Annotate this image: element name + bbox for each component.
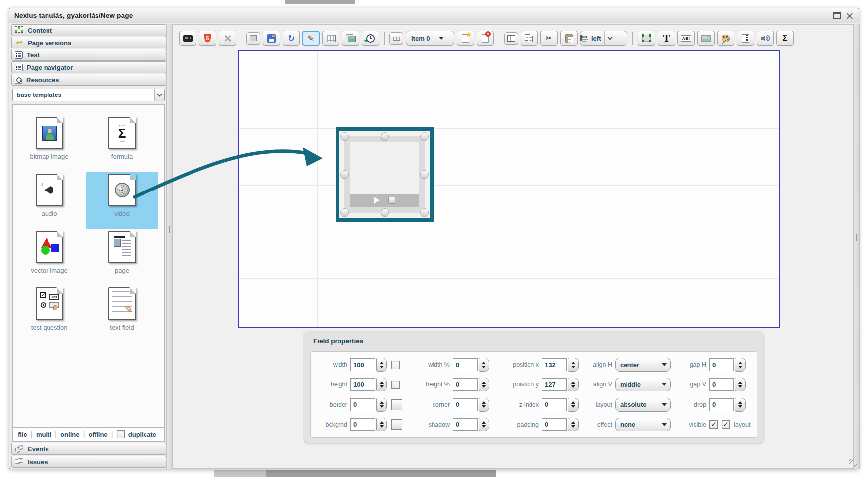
selection-handle[interactable] [340, 170, 349, 179]
template-item-bitmap-image[interactable]: bitmap image [13, 115, 86, 172]
formula-tool-button[interactable]: Σ [776, 31, 794, 46]
window-resize-grip[interactable] [849, 459, 857, 467]
selection-handle[interactable] [420, 208, 429, 217]
copy-button[interactable] [521, 31, 538, 46]
play-icon[interactable] [374, 197, 380, 204]
panel-header-content[interactable]: Content [11, 24, 166, 36]
height-pct-input[interactable]: 0 [453, 378, 489, 391]
paste-button[interactable] [560, 31, 578, 46]
right-splitter[interactable] [853, 24, 860, 469]
image-tool-button[interactable] [697, 31, 715, 46]
spinner[interactable] [376, 398, 387, 412]
keyboard-button[interactable] [389, 32, 403, 45]
gap-v-input[interactable]: 0 [709, 378, 746, 391]
save-button[interactable] [263, 31, 280, 46]
panel-header-events[interactable]: Events [11, 443, 166, 455]
filter-link-file[interactable]: file [18, 431, 27, 438]
close-button[interactable] [846, 12, 854, 19]
filter-link-multi[interactable]: multi [36, 431, 51, 438]
padding-input[interactable]: 0 [542, 418, 579, 431]
template-item-test-question[interactable]: 123 test question [13, 286, 86, 342]
selection-handle[interactable] [381, 132, 389, 141]
history-button[interactable] [362, 31, 379, 46]
stop-icon[interactable] [388, 197, 395, 204]
splitter-grip[interactable] [168, 226, 172, 233]
height-input[interactable]: 100 [350, 378, 387, 391]
panel-header-page-versions[interactable]: ↩ Page versions [11, 37, 166, 48]
layout-select[interactable]: absolute [615, 398, 671, 412]
table-button[interactable] [504, 32, 518, 45]
selection-handle[interactable] [420, 170, 429, 179]
template-item-audio[interactable]: ♪ audio [13, 172, 86, 229]
position-y-input[interactable]: 127 [542, 378, 579, 391]
dropdown-caret-button[interactable] [435, 37, 447, 40]
page-canvas[interactable] [238, 50, 780, 328]
effect-select[interactable]: none [615, 418, 671, 431]
form-button[interactable] [322, 31, 339, 46]
html5-export-button[interactable]: 5 [199, 31, 216, 46]
splitter-grip[interactable] [855, 234, 859, 241]
z-index-input[interactable]: 0 [542, 398, 579, 412]
text-tool-button[interactable]: T [658, 31, 675, 46]
panel-header-issues[interactable]: Issues [11, 456, 166, 468]
corner-input[interactable]: 0 [453, 398, 489, 412]
video-tool-button[interactable] [737, 31, 754, 46]
left-splitter[interactable] [166, 24, 173, 469]
template-item-text-field[interactable]: ✎ text field [86, 286, 158, 342]
selected-video-element[interactable] [336, 127, 434, 222]
refresh-button[interactable]: ↻ [283, 31, 300, 46]
cut-button[interactable]: ✂ [540, 31, 558, 46]
height-checkbox[interactable] [391, 381, 400, 389]
select-expand-button[interactable] [154, 89, 164, 101]
spinner[interactable] [479, 378, 489, 391]
visible-checkbox[interactable] [709, 420, 718, 429]
video-placeholder[interactable] [350, 142, 419, 207]
remove-item-button[interactable] [477, 31, 494, 46]
align-v-select[interactable]: middle [615, 378, 671, 391]
selection-handle[interactable] [420, 132, 429, 141]
border-color-swatch[interactable] [391, 399, 402, 410]
selection-handle[interactable] [340, 132, 349, 141]
spinner[interactable] [479, 418, 489, 431]
template-item-page[interactable]: page [86, 229, 158, 286]
spinner[interactable] [479, 398, 489, 412]
filter-link-online[interactable]: online [60, 431, 79, 438]
panel-header-resources[interactable]: Resources [11, 74, 166, 86]
select-mode-button[interactable] [638, 31, 655, 46]
add-item-button[interactable] [457, 31, 474, 46]
drop-input[interactable]: 0 [709, 398, 746, 412]
width-checkbox[interactable] [391, 361, 400, 369]
filter-link-offline[interactable]: offline [89, 431, 108, 438]
template-item-vector-image[interactable]: vector image [13, 229, 86, 286]
template-source-select[interactable]: base templates [12, 89, 165, 101]
background-color-swatch[interactable] [391, 419, 402, 430]
position-x-input[interactable]: 132 [542, 358, 579, 372]
spinner[interactable] [735, 398, 746, 412]
align-select[interactable]: left [580, 31, 627, 46]
spinner[interactable] [568, 358, 579, 372]
shadow-input[interactable]: 0 [453, 418, 489, 431]
layout-checkbox[interactable] [722, 420, 730, 429]
audio-tool-button[interactable] [757, 31, 774, 46]
background-button[interactable] [246, 32, 260, 45]
selection-handle[interactable] [340, 208, 349, 217]
spinner[interactable] [568, 378, 579, 391]
duplicate-checkbox[interactable] [117, 430, 125, 438]
textfield-tool-button[interactable]: ABI [677, 31, 695, 46]
width-pct-input[interactable]: 0 [453, 358, 489, 372]
gap-h-input[interactable]: 0 [709, 358, 746, 372]
bckgrnd-input[interactable]: 0 [350, 418, 387, 431]
style-mode-button[interactable]: ✎ [302, 31, 320, 46]
template-item-video[interactable]: video [86, 172, 158, 229]
spinner[interactable] [568, 398, 579, 412]
width-input[interactable]: 100 [350, 358, 387, 372]
spinner[interactable] [376, 378, 387, 391]
maximize-button[interactable] [833, 12, 841, 19]
spinner[interactable] [735, 378, 746, 391]
spinner[interactable] [568, 418, 579, 431]
template-item-formula[interactable]: Σ formula [86, 115, 158, 172]
preview-button[interactable] [179, 31, 196, 46]
panel-header-page-navigator[interactable]: Page navigator [11, 61, 166, 73]
spinner[interactable] [735, 358, 746, 372]
selection-handle[interactable] [381, 208, 389, 217]
